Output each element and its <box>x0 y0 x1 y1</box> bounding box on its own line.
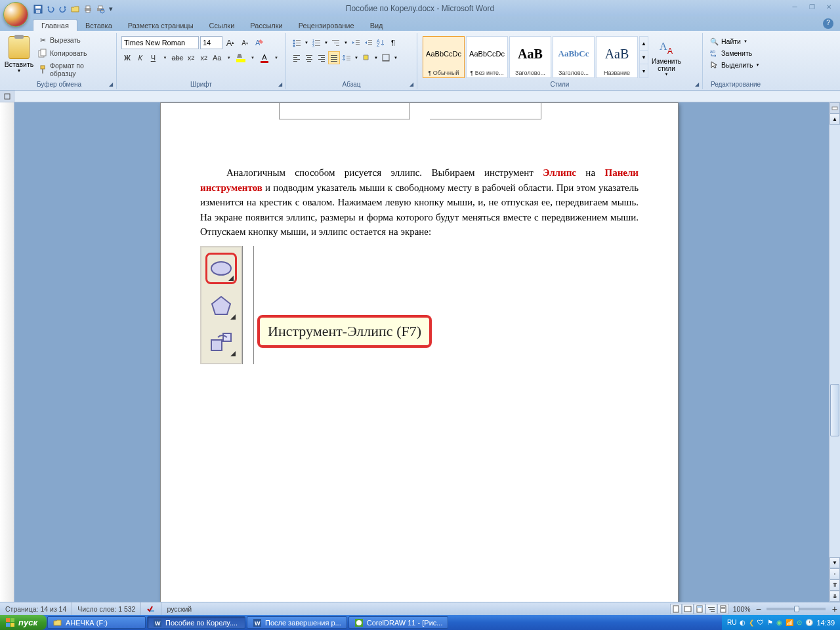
tab-mailings[interactable]: Рассылки <box>242 20 290 31</box>
tab-references[interactable]: Ссылки <box>201 20 243 31</box>
style-heading2[interactable]: AaBbCc Заголово... <box>553 36 595 78</box>
document-page[interactable]: Аналогичным способом рисуется эллипс. Вы… <box>160 102 679 602</box>
tab-insert[interactable]: Вставка <box>77 20 120 31</box>
line-spacing-button[interactable] <box>341 51 352 64</box>
italic-button[interactable]: К <box>135 51 146 64</box>
office-button[interactable] <box>3 2 28 27</box>
zoom-thumb[interactable] <box>794 606 799 612</box>
font-color-button[interactable]: A <box>259 51 270 64</box>
style-expand[interactable]: ▾ <box>640 64 648 77</box>
browse-object[interactable]: ◦ <box>830 568 840 579</box>
task-word[interactable]: WПособие по Корелу.... <box>147 616 245 629</box>
borders-button[interactable] <box>380 51 392 64</box>
ruler-vertical[interactable] <box>0 102 14 602</box>
shading-button[interactable] <box>360 51 372 64</box>
scroll-up-button[interactable]: ▲ <box>830 114 840 125</box>
word-count[interactable]: Число слов: 1 532 <box>72 602 141 615</box>
vertical-scrollbar[interactable]: ▲ ▼ ◦ ⇈ ⇊ <box>829 102 840 602</box>
style-no-spacing[interactable]: AaBbCcDc ¶ Без инте... <box>466 36 508 78</box>
qat-customize-icon[interactable]: ▾ <box>108 4 114 14</box>
next-page-button[interactable]: ⇊ <box>830 591 840 602</box>
underline-dropdown[interactable]: ▼ <box>160 51 169 64</box>
tray-icon-1[interactable]: ◐ <box>740 619 746 626</box>
superscript-button[interactable]: x2 <box>198 51 210 64</box>
align-left-button[interactable] <box>291 51 303 64</box>
web-layout-view[interactable] <box>694 604 705 614</box>
numbering-button[interactable]: 123 <box>310 36 322 49</box>
font-size-combo[interactable] <box>200 36 222 49</box>
strike-button[interactable]: abc <box>171 51 184 64</box>
font-launcher[interactable]: ◢ <box>276 80 284 88</box>
underline-button[interactable]: Ч <box>148 51 159 64</box>
case-dropdown[interactable]: ▼ <box>224 51 234 64</box>
style-scroll-up[interactable]: ▲ <box>640 37 648 51</box>
bold-button[interactable]: Ж <box>121 51 133 64</box>
tab-layout[interactable]: Разметка страницы <box>120 20 201 31</box>
multilevel-button[interactable] <box>330 36 342 49</box>
ruler-toggle[interactable] <box>830 102 840 114</box>
clear-format-button[interactable]: A <box>253 36 266 49</box>
tray-icon-5[interactable]: ◉ <box>776 619 782 626</box>
copy-button[interactable]: Копировать <box>36 47 113 59</box>
styles-launcher[interactable]: ◢ <box>693 80 701 88</box>
select-button[interactable]: Выделить ▼ <box>707 59 764 71</box>
document-paragraph[interactable]: Аналогичным способом рисуется эллипс. Вы… <box>200 165 639 240</box>
shrink-font-button[interactable]: A▾ <box>238 36 251 49</box>
style-title[interactable]: AaB Название <box>596 36 638 78</box>
increase-indent-button[interactable] <box>362 36 374 49</box>
justify-button[interactable] <box>328 51 340 64</box>
multilevel-dropdown[interactable]: ▼ <box>343 36 349 49</box>
font-color-dropdown[interactable]: ▼ <box>272 51 281 64</box>
tray-icon-2[interactable]: ❮ <box>749 619 754 626</box>
numbering-dropdown[interactable]: ▼ <box>323 36 329 49</box>
scroll-thumb[interactable] <box>830 384 839 436</box>
task-explorer[interactable]: АНЕЧКА (F:) <box>47 616 146 629</box>
align-right-button[interactable] <box>316 51 327 64</box>
close-button[interactable]: ✕ <box>821 2 837 12</box>
tab-home[interactable]: Главная <box>33 19 77 31</box>
zoom-slider[interactable] <box>766 608 826 610</box>
align-center-button[interactable] <box>303 51 315 64</box>
full-screen-view[interactable] <box>682 604 694 614</box>
maximize-button[interactable]: ❐ <box>804 2 820 12</box>
tray-icon-6[interactable]: 📶 <box>786 619 793 626</box>
open-icon[interactable] <box>70 4 81 14</box>
zoom-in-button[interactable]: + <box>830 604 840 614</box>
undo-icon[interactable] <box>45 4 56 14</box>
change-styles-button[interactable]: AA Изменить стили ▼ <box>648 36 684 78</box>
quick-print-icon[interactable] <box>83 4 93 14</box>
print-layout-view[interactable] <box>670 604 682 614</box>
find-button[interactable]: 🔍Найти ▼ <box>707 35 764 47</box>
highlight-dropdown[interactable]: ▼ <box>248 51 257 64</box>
line-spacing-dropdown[interactable]: ▼ <box>353 51 360 64</box>
style-scroll-down[interactable]: ▼ <box>640 51 648 64</box>
tray-icon-4[interactable]: ⚑ <box>767 619 773 626</box>
borders-dropdown[interactable]: ▼ <box>392 51 399 64</box>
format-painter-button[interactable]: Формат по образцу <box>36 60 113 79</box>
grow-font-button[interactable]: A▴ <box>224 36 237 49</box>
page-status[interactable]: Страница: 14 из 14 <box>0 602 72 615</box>
shading-dropdown[interactable]: ▼ <box>373 51 379 64</box>
redo-icon[interactable] <box>58 4 68 14</box>
show-marks-button[interactable]: ¶ <box>387 36 399 49</box>
subscript-button[interactable]: x2 <box>185 51 197 64</box>
cut-button[interactable]: ✂Вырезать <box>36 34 113 46</box>
paragraph-launcher[interactable]: ◢ <box>408 80 415 88</box>
highlight-button[interactable] <box>235 51 247 64</box>
start-button[interactable]: пуск <box>0 615 47 630</box>
save-icon[interactable] <box>33 4 43 14</box>
bullets-dropdown[interactable]: ▼ <box>303 36 310 49</box>
style-heading1[interactable]: AaB Заголово... <box>509 36 551 78</box>
draft-view[interactable] <box>717 604 729 614</box>
change-case-button[interactable]: Aa <box>211 51 223 64</box>
task-word2[interactable]: WПосле завершения р... <box>247 616 347 629</box>
decrease-indent-button[interactable] <box>350 36 362 49</box>
outline-view[interactable] <box>705 604 717 614</box>
zoom-level[interactable]: 100% <box>733 605 751 613</box>
sort-button[interactable]: AZ <box>375 36 387 49</box>
help-button[interactable]: ? <box>823 18 833 29</box>
tray-icon-7[interactable]: ⊙ <box>797 619 802 626</box>
spell-check-status[interactable] <box>141 602 161 615</box>
minimize-button[interactable]: ─ <box>787 2 803 12</box>
tab-view[interactable]: Вид <box>362 20 391 31</box>
